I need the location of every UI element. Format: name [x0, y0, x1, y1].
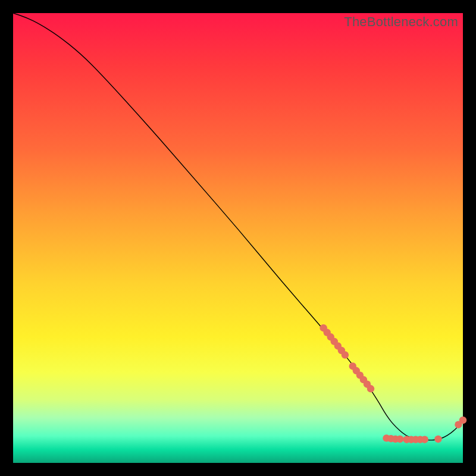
data-dot — [367, 385, 374, 392]
chart-stage: TheBottleneck.com — [0, 0, 476, 476]
plot-area: TheBottleneck.com — [13, 13, 463, 463]
data-dot — [459, 416, 466, 424]
data-dot — [434, 436, 441, 443]
data-dot — [396, 436, 403, 443]
data-dots — [320, 324, 466, 443]
data-dot — [342, 351, 349, 358]
bottleneck-curve — [13, 13, 463, 440]
data-dot — [421, 436, 428, 443]
chart-overlay — [13, 13, 463, 463]
